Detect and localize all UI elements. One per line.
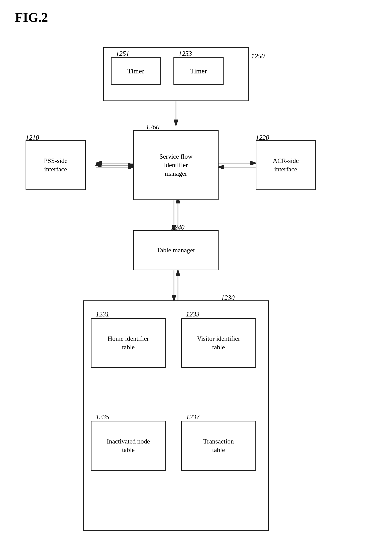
transaction-table-label: 1237 — [186, 413, 200, 421]
timer1-label: 1251 — [116, 50, 129, 58]
diagram-area: Timer 1251 Timer 1253 1250 PSS-sideinter… — [11, 32, 381, 558]
table-manager-text: Table manager — [157, 246, 195, 255]
service-flow-label: 1260 — [146, 123, 159, 131]
inactivated-node-table-text: Inactivated nodetable — [107, 437, 150, 454]
visitor-id-table-label: 1233 — [186, 310, 200, 318]
inactivated-node-table-label: 1235 — [96, 413, 109, 421]
page: FIG.2 — [0, 0, 392, 559]
acr-interface-box: ACR-sideinterface — [256, 140, 316, 190]
timer1-text: Timer — [127, 67, 144, 76]
acr-label: 1220 — [256, 134, 269, 142]
pss-interface-box: PSS-sideinterface — [26, 140, 86, 190]
home-id-table-text: Home identifiertable — [108, 334, 149, 352]
transaction-table-box: Transactiontable — [181, 421, 256, 471]
timer2-box: Timer — [173, 57, 224, 85]
service-flow-text: Service flowidentifiermanager — [159, 152, 192, 178]
pss-interface-text: PSS-sideinterface — [44, 157, 67, 174]
visitor-id-table-text: Visitor identifiertable — [197, 334, 240, 352]
table-manager-box: Table manager — [133, 230, 219, 270]
acr-interface-text: ACR-sideinterface — [273, 157, 299, 174]
timer2-text: Timer — [190, 67, 207, 76]
home-id-table-label: 1231 — [96, 310, 109, 318]
table-manager-label: 1240 — [171, 223, 184, 231]
pss-label: 1210 — [26, 134, 39, 142]
fig-title: FIG.2 — [15, 10, 382, 25]
timer1-box: Timer — [111, 57, 161, 85]
transaction-table-text: Transactiontable — [203, 437, 234, 454]
timer-group-label: 1250 — [251, 52, 265, 60]
inactivated-node-table-box: Inactivated nodetable — [91, 421, 166, 471]
table-group-label: 1230 — [221, 294, 235, 302]
timer2-label: 1253 — [178, 50, 192, 58]
service-flow-box: Service flowidentifiermanager — [133, 130, 219, 200]
visitor-id-table-box: Visitor identifiertable — [181, 318, 256, 368]
home-id-table-box: Home identifiertable — [91, 318, 166, 368]
